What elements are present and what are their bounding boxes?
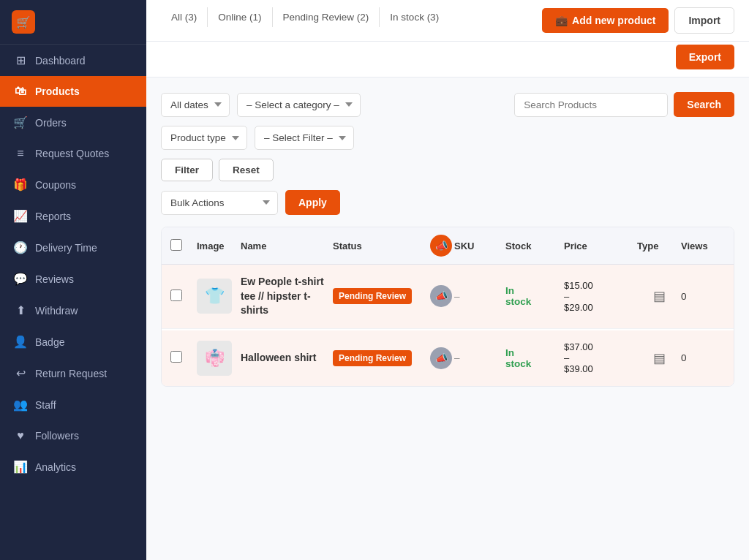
date-filter-select[interactable]: All dates <box>161 93 230 117</box>
content-area: All dates – Select a category – Search P… <box>146 77 749 560</box>
row-sku: – <box>454 352 505 363</box>
sidebar: 🛒 ⊞Dashboard🛍Products🛒Orders≡Request Quo… <box>0 0 146 560</box>
row-checkbox-0[interactable] <box>170 290 182 301</box>
tab-pending-review[interactable]: Pending Review (2) <box>273 7 380 27</box>
topbar-actions: 💼 Add new product Import <box>542 7 734 34</box>
export-button[interactable]: Export <box>676 45 734 69</box>
table-body: 👕 Ew People t-shirt tee // hipster t-shi… <box>162 265 734 386</box>
header-type: Type <box>637 241 681 251</box>
search-button[interactable]: Search <box>674 92 734 117</box>
return-request-icon: ↩ <box>13 366 28 380</box>
orders-icon: 🛒 <box>13 116 28 129</box>
sidebar-item-request-quotes[interactable]: ≡Request Quotes <box>0 138 146 169</box>
reports-icon: 📈 <box>13 209 28 223</box>
coupons-icon: 🎁 <box>13 178 28 192</box>
table-row: 👘 Halloween shirt Pending Review 📣 – Ins… <box>162 330 734 386</box>
header-views: Views <box>681 241 725 251</box>
badge-icon: 👤 <box>13 335 28 349</box>
products-icon: 🛍 <box>13 85 28 98</box>
sidebar-item-label: Coupons <box>35 179 76 191</box>
sidebar-item-orders[interactable]: 🛒Orders <box>0 107 146 138</box>
filters-row-2: Product type – Select Filter – <box>161 126 734 150</box>
filter-buttons: Filter Reset <box>161 159 734 181</box>
sidebar-item-reports[interactable]: 📈Reports <box>0 200 146 232</box>
tab-online[interactable]: Online (1) <box>208 7 272 27</box>
row-checkbox-1[interactable] <box>170 351 182 363</box>
filter-button[interactable]: Filter <box>161 159 213 181</box>
category-filter-select[interactable]: – Select a category – <box>237 93 361 117</box>
product-table: Image Name Status 📣 SKU Stock Price Type… <box>161 227 734 387</box>
sidebar-item-label: Badge <box>35 336 64 348</box>
sidebar-item-label: Followers <box>35 430 79 442</box>
sidebar-item-label: Products <box>35 86 80 97</box>
sidebar-item-followers[interactable]: ♥Followers <box>0 420 146 451</box>
add-new-product-button[interactable]: 💼 Add new product <box>542 8 669 33</box>
dashboard-icon: ⊞ <box>13 53 28 67</box>
import-button[interactable]: Import <box>674 7 734 34</box>
status-badge: Pending Review <box>333 350 412 366</box>
row-megaphone: 📣 <box>428 347 454 369</box>
sidebar-item-withdraw[interactable]: ⬆Withdraw <box>0 295 146 326</box>
select-all-checkbox[interactable] <box>170 239 182 251</box>
reset-button[interactable]: Reset <box>219 159 274 181</box>
withdraw-icon: ⬆ <box>13 303 28 317</box>
row-name: Ew People t-shirt tee // hipster t-shirt… <box>241 275 333 318</box>
sidebar-item-label: Delivery Time <box>35 242 97 254</box>
product-thumb: 👘 <box>197 341 232 376</box>
table-row: 👕 Ew People t-shirt tee // hipster t-shi… <box>162 265 734 329</box>
header-image: Image <box>197 241 241 251</box>
delivery-time-icon: 🕐 <box>13 241 28 254</box>
row-price: $15.00–$29.00 <box>564 280 637 313</box>
row-views: 0 <box>681 352 725 363</box>
sidebar-item-badge[interactable]: 👤Badge <box>0 326 146 357</box>
megaphone-grey-icon[interactable]: 📣 <box>430 285 452 307</box>
sidebar-item-label: Request Quotes <box>35 148 109 159</box>
sidebar-item-dashboard[interactable]: ⊞Dashboard <box>0 45 146 76</box>
sidebar-item-return-request[interactable]: ↩Return Request <box>0 357 146 389</box>
megaphone-icon: 📣 <box>430 235 452 257</box>
header-sku: SKU <box>454 241 505 251</box>
row-stock: Instock <box>505 285 564 307</box>
followers-icon: ♥ <box>13 429 28 442</box>
sidebar-item-coupons[interactable]: 🎁Coupons <box>0 169 146 200</box>
header-price: Price <box>564 241 637 251</box>
row-status: Pending Review <box>333 288 428 304</box>
sidebar-item-analytics[interactable]: 📊Analytics <box>0 451 146 483</box>
row-type: ▤ <box>637 350 681 366</box>
sidebar-item-label: Orders <box>35 117 67 129</box>
row-image: 👕 <box>197 279 241 314</box>
sidebar-item-label: Analytics <box>35 461 76 473</box>
apply-button[interactable]: Apply <box>285 190 340 215</box>
row-image: 👘 <box>197 341 241 376</box>
row-stock: Instock <box>505 347 564 369</box>
filter-select[interactable]: – Select Filter – <box>255 126 354 150</box>
row-sku: – <box>454 291 505 302</box>
product-type-select[interactable]: Product type <box>161 126 247 150</box>
main-content: All (3)Online (1)Pending Review (2)In st… <box>146 0 749 560</box>
row-status: Pending Review <box>333 350 428 366</box>
megaphone-grey-icon[interactable]: 📣 <box>430 347 452 369</box>
export-row: Export <box>146 42 749 77</box>
sidebar-item-label: Reviews <box>35 273 74 285</box>
topbar: All (3)Online (1)Pending Review (2)In st… <box>146 0 749 42</box>
search-input[interactable] <box>514 93 668 117</box>
product-thumb: 👕 <box>197 279 232 314</box>
tab-all[interactable]: All (3) <box>161 7 208 27</box>
sidebar-item-label: Dashboard <box>35 55 86 67</box>
sidebar-item-reviews[interactable]: 💬Reviews <box>0 263 146 295</box>
bulk-actions-select[interactable]: Bulk Actions <box>161 191 278 215</box>
filters-row-1: All dates – Select a category – Search <box>161 92 734 117</box>
search-box: Search <box>514 92 734 117</box>
header-status: Status <box>333 241 428 251</box>
row-views: 0 <box>681 291 725 302</box>
sidebar-item-products[interactable]: 🛍Products <box>0 76 146 107</box>
tab-in-stock[interactable]: In stock (3) <box>380 7 449 27</box>
staff-icon: 👥 <box>13 398 28 412</box>
sidebar-item-label: Return Request <box>35 368 107 379</box>
sidebar-item-delivery-time[interactable]: 🕐Delivery Time <box>0 232 146 263</box>
logo-icon: 🛒 <box>12 10 35 34</box>
bulk-row: Bulk Actions Apply <box>161 190 734 215</box>
row-megaphone: 📣 <box>428 285 454 307</box>
sidebar-item-staff[interactable]: 👥Staff <box>0 389 146 420</box>
request-quotes-icon: ≡ <box>13 147 28 160</box>
